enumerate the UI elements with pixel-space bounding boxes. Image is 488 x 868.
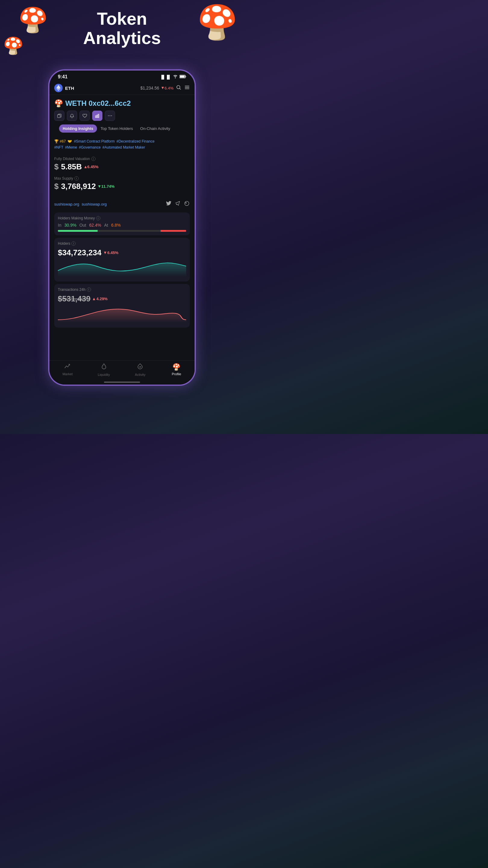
svg-point-0 bbox=[175, 78, 175, 79]
supply-info-icon[interactable]: i bbox=[74, 176, 78, 181]
svg-point-16 bbox=[111, 116, 112, 116]
rank-badge: 🏆 #67 bbox=[54, 139, 66, 144]
more-button[interactable] bbox=[105, 111, 115, 121]
nav-activity[interactable]: Activity bbox=[122, 363, 158, 376]
eth-price: $1,234.56 bbox=[140, 86, 159, 90]
tabs: Holding Insights Top Token Holders On-Ch… bbox=[54, 124, 190, 133]
tag-smart-contract[interactable]: #Smart Contract Platform bbox=[74, 139, 115, 144]
tag-0: 🤝 bbox=[67, 139, 72, 144]
action-buttons bbox=[54, 111, 190, 121]
holders-chart-info[interactable]: i bbox=[71, 241, 76, 246]
eth-label: ETH bbox=[65, 86, 138, 91]
svg-marker-17 bbox=[84, 166, 87, 168]
transactions-change: 4.29% bbox=[93, 297, 107, 301]
link-2[interactable]: sushiswap.org bbox=[82, 202, 107, 207]
coingecko-icon[interactable] bbox=[184, 201, 190, 208]
fdv-info-icon[interactable]: i bbox=[91, 157, 96, 161]
holders-chart-card: Holders i $34,723,234 6.45% bbox=[54, 238, 190, 281]
tab-top-holders[interactable]: Top Token Holders bbox=[97, 124, 136, 133]
tags-section: 🏆 #67 🤝 #Smart Contract Platform #Decent… bbox=[50, 139, 195, 154]
holders-in: 30.9% bbox=[64, 223, 76, 227]
svg-line-6 bbox=[180, 88, 181, 90]
menu-icon[interactable] bbox=[184, 85, 190, 92]
nav-activity-label: Activity bbox=[135, 373, 145, 376]
holders-at: 6.8% bbox=[111, 223, 121, 227]
fdv-change: 6.45% bbox=[84, 164, 98, 169]
tab-holding-insights[interactable]: Holding Insights bbox=[59, 124, 97, 133]
search-icon[interactable] bbox=[176, 85, 181, 92]
copy-button[interactable] bbox=[54, 111, 64, 121]
status-icons: ▐▌▐▌ bbox=[160, 75, 186, 79]
svg-point-15 bbox=[110, 116, 110, 116]
svg-rect-3 bbox=[180, 75, 185, 78]
tag-nft[interactable]: #NFT bbox=[54, 145, 63, 150]
holders-chart-label: Holders i bbox=[58, 241, 186, 246]
svg-rect-10 bbox=[58, 115, 60, 118]
svg-point-5 bbox=[177, 85, 180, 89]
supply-change: 11.74% bbox=[98, 184, 115, 189]
transactions-info[interactable]: i bbox=[87, 287, 91, 292]
battery-icon bbox=[180, 75, 186, 79]
holders-money-card: Holders Making Money i In 30.9% Out 62.4… bbox=[54, 213, 190, 236]
svg-marker-22 bbox=[93, 298, 95, 300]
nav-market-label: Market bbox=[62, 372, 73, 376]
transactions-card: Transactions 24h i $531,439 4.29% bbox=[54, 284, 190, 328]
liquidity-icon bbox=[101, 363, 107, 372]
svg-point-20 bbox=[186, 203, 187, 204]
activity-icon bbox=[137, 363, 143, 372]
holders-out: 62.4% bbox=[89, 223, 101, 227]
tab-onchain-activity[interactable]: On-Chain Activity bbox=[136, 124, 174, 133]
metrics-section: Fully Diluted Valuation i $5.85B 6.45% M… bbox=[50, 154, 195, 198]
token-header: 🍄 WETH 0xc02...6cc2 bbox=[50, 95, 195, 139]
holders-money-info[interactable]: i bbox=[96, 216, 100, 220]
nav-profile-label: Profile bbox=[172, 372, 181, 376]
bell-button[interactable] bbox=[67, 111, 77, 121]
signal-icon: ▐▌▐▌ bbox=[160, 75, 171, 79]
svg-marker-4 bbox=[161, 87, 164, 89]
bottom-nav: Market Liquidity Activity 🍄 Profile bbox=[50, 361, 195, 384]
holders-chart-change: 6.45% bbox=[104, 250, 119, 255]
nav-liquidity[interactable]: Liquidity bbox=[86, 363, 122, 376]
token-title: 🍄 WETH 0xc02...6cc2 bbox=[54, 99, 190, 107]
transactions-wave-chart bbox=[58, 305, 186, 323]
status-time: 9:41 bbox=[58, 74, 67, 80]
holders-stats: In 30.9% Out 62.4% At 6.8% bbox=[58, 223, 186, 227]
social-icons bbox=[166, 201, 190, 208]
holders-wave-chart bbox=[58, 258, 186, 277]
svg-point-19 bbox=[185, 201, 189, 206]
notch bbox=[102, 70, 141, 80]
top-bar-icons bbox=[176, 85, 190, 92]
content: 🍄 WETH 0xc02...6cc2 bbox=[50, 95, 195, 380]
home-indicator bbox=[104, 381, 140, 383]
svg-marker-18 bbox=[98, 185, 101, 188]
tag-amm[interactable]: #Automated Market Maker bbox=[102, 145, 145, 150]
link-1[interactable]: sushiswap.org bbox=[54, 202, 79, 207]
max-supply-metric: Max Supply i $3,768,912 11.74% bbox=[54, 176, 190, 191]
phone-frame: 9:41 ▐▌▐▌ ETH $1,234.56 6.4% bbox=[48, 69, 196, 386]
eth-icon bbox=[54, 84, 63, 92]
eth-change: 6.4% bbox=[161, 86, 173, 90]
svg-rect-11 bbox=[96, 116, 96, 118]
svg-rect-2 bbox=[186, 76, 186, 77]
svg-marker-21 bbox=[104, 252, 106, 254]
nav-liquidity-label: Liquidity bbox=[98, 373, 110, 376]
wifi-icon bbox=[173, 75, 178, 79]
tag-meme[interactable]: #Meme bbox=[65, 145, 77, 150]
transactions-value: $531,439 4.29% bbox=[58, 294, 186, 304]
svg-point-14 bbox=[108, 116, 109, 116]
telegram-icon[interactable] bbox=[175, 201, 180, 208]
nav-market[interactable]: Market bbox=[50, 363, 86, 376]
tag-governance[interactable]: #Governance bbox=[79, 145, 101, 150]
page-title: Token Analytics bbox=[0, 9, 244, 48]
top-bar: ETH $1,234.56 6.4% bbox=[50, 82, 195, 95]
chart-button[interactable] bbox=[92, 111, 102, 121]
nav-profile[interactable]: 🍄 Profile bbox=[158, 363, 195, 376]
heart-button[interactable] bbox=[79, 111, 90, 121]
holders-money-label: Holders Making Money i bbox=[58, 216, 186, 220]
holders-progress-bar bbox=[58, 230, 186, 232]
twitter-icon[interactable] bbox=[166, 201, 171, 208]
profile-icon: 🍄 bbox=[172, 363, 181, 371]
tag-defi[interactable]: #Decentralized Finance bbox=[117, 139, 155, 144]
token-emoji: 🍄 bbox=[54, 99, 63, 107]
holders-chart-value: $34,723,234 6.45% bbox=[58, 248, 186, 257]
